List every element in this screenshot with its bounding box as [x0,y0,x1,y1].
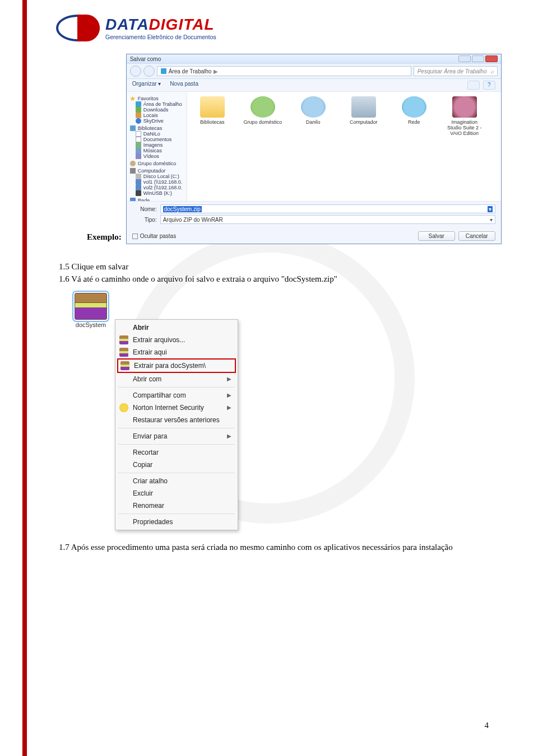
file-item[interactable]: Danilo [293,96,334,125]
menu-abrir[interactable]: Abrir [117,321,236,334]
example-label: Exemplo: [87,232,122,244]
sidebar-item[interactable]: Disco Local (C:) [130,174,183,179]
user-icon [301,96,326,118]
blank-icon [119,323,128,332]
menu-extrair-aqui[interactable]: Extrair aqui [117,346,236,358]
submenu-arrow-icon: ▶ [227,404,231,410]
separator [118,473,235,473]
file-item[interactable]: Imagination Studio Suite 2 - VAIO Editio… [444,96,485,136]
sidebar-favoritos-header[interactable]: Favoritos [130,96,183,101]
sidebar-item[interactable]: vol2 (\\192.168.0. [130,185,183,190]
separator [118,387,235,388]
menu-recortar[interactable]: Recortar [117,446,236,459]
menu-compartilhar[interactable]: Compartilhar com▶ [117,389,236,402]
address-field[interactable]: Área de Trabalho ▶ [157,66,411,76]
file-item[interactable]: Computador [343,96,384,125]
blank-icon [119,460,128,469]
save-as-dialog-screenshot: Salvar como Área de Trabalho ▶ Pesquisar… [126,54,502,244]
help-button[interactable]: ? [483,81,495,90]
network-icon [130,198,136,201]
separator [118,444,235,445]
submenu-arrow-icon: ▶ [227,392,231,398]
sidebar-item[interactable]: WinUSB (K:) [130,190,183,196]
sidebar-navigation: Favoritos Área de Trabalho Downloads Loc… [127,92,187,201]
netdrive-icon [136,179,141,185]
sidebar-item[interactable]: Área de Trabalho [130,101,183,107]
menu-extrair-para-highlighted[interactable]: Extrair para docSystem\ [117,358,236,373]
menu-norton[interactable]: Norton Internet Security▶ [117,402,236,414]
download-icon [136,107,141,113]
submenu-arrow-icon: ▶ [227,433,231,439]
file-item[interactable]: Bibliotecas [192,96,233,125]
submenu-arrow-icon: ▶ [227,376,231,382]
sidebar-computador-header[interactable]: Computador [130,168,183,174]
maximize-button[interactable] [472,55,484,62]
cancelar-button[interactable]: Cancelar [458,231,495,241]
sidebar-item[interactable]: Vídeos [130,153,183,159]
sidebar-bibliotecas-header[interactable]: Bibliotecas [130,125,183,131]
minimize-button[interactable] [458,55,471,62]
ocultar-pastas-label[interactable]: Ocultar pastas [140,233,176,239]
menu-propriedades[interactable]: Propriedades [117,516,236,528]
usb-icon [136,190,141,196]
images-icon [136,142,141,148]
sidebar-item[interactable]: SkyDrive [130,118,183,124]
sidebar-item[interactable]: vol1 (\\192.168.0. [130,179,183,185]
filetype-dropdown[interactable]: Arquivo ZIP do WinRAR▾ [160,215,495,224]
library-icon [130,125,136,131]
menu-abrir-com[interactable]: Abrir com▶ [117,373,236,385]
filename-input[interactable]: docSystem.zip▾ [160,204,495,213]
sidebar-item[interactable]: Músicas [130,148,183,153]
app-icon [452,96,477,118]
new-folder-button[interactable]: Nova pasta [170,81,198,90]
nav-back-button[interactable] [130,66,141,77]
menu-extrair-arquivos[interactable]: Extrair arquivos... [117,334,236,346]
menu-excluir[interactable]: Excluir [117,487,236,500]
views-button[interactable] [467,81,480,90]
menu-renomear[interactable]: Renomear [117,500,236,512]
menu-restaurar[interactable]: Restaurar versões anteriores [117,414,236,426]
rar-file-label: docSystem [76,321,106,328]
sidebar-rede-header[interactable]: Rede [130,198,183,201]
file-area[interactable]: Bibliotecas Grupo doméstico Danilo Compu… [187,92,501,201]
video-icon [136,153,141,159]
places-icon [136,113,141,118]
blank-icon [119,416,128,424]
nav-forward-button[interactable] [143,66,155,77]
breadcrumb-arrow: ▶ [214,68,218,74]
file-item[interactable]: Grupo doméstico [242,96,284,125]
close-button[interactable] [485,55,498,62]
sidebar-item[interactable]: Imagens [130,142,183,148]
rar-file-icon[interactable] [75,293,107,320]
blank-icon [119,477,128,486]
shield-icon [119,403,128,412]
dialog-titlebar: Salvar como [127,54,501,63]
organize-dropdown[interactable]: Organizar ▾ [132,81,161,90]
document-icon [136,137,141,142]
sidebar-item[interactable]: Locais [130,113,183,118]
menu-enviar[interactable]: Enviar para▶ [117,430,236,442]
sidebar-item[interactable]: Documentos [130,137,183,142]
tipo-label: Tipo: [132,217,157,223]
file-item[interactable]: Rede [393,96,435,125]
blank-icon [119,432,128,441]
blank-icon [119,489,128,498]
dropdown-icon: ▾ [490,217,493,223]
skydrive-icon [136,118,141,124]
rar-icon [120,361,129,370]
salvar-button[interactable]: Salvar [418,231,455,241]
menu-copiar[interactable]: Copiar [117,459,236,471]
sidebar-item[interactable]: Downloads [130,107,183,113]
blank-icon [119,375,128,384]
nome-label: Nome: [132,206,157,212]
computer-icon [351,96,376,118]
logo-word-red: DIGITAL [149,16,215,33]
homegroup-icon [130,161,136,166]
hide-folders-toggle-icon[interactable] [132,234,138,239]
sidebar-item[interactable]: DaNiLo [130,131,183,137]
sidebar-grupo-header[interactable]: Grupo doméstico [130,161,183,166]
menu-criar-atalho[interactable]: Criar atalho [117,475,236,487]
search-input[interactable]: Pesquisar Área de Trabalho ⌕ [414,66,498,76]
context-menu-screenshot: docSystem Abrir Extrair arquivos... Extr… [59,293,249,530]
search-icon: ⌕ [490,68,494,74]
